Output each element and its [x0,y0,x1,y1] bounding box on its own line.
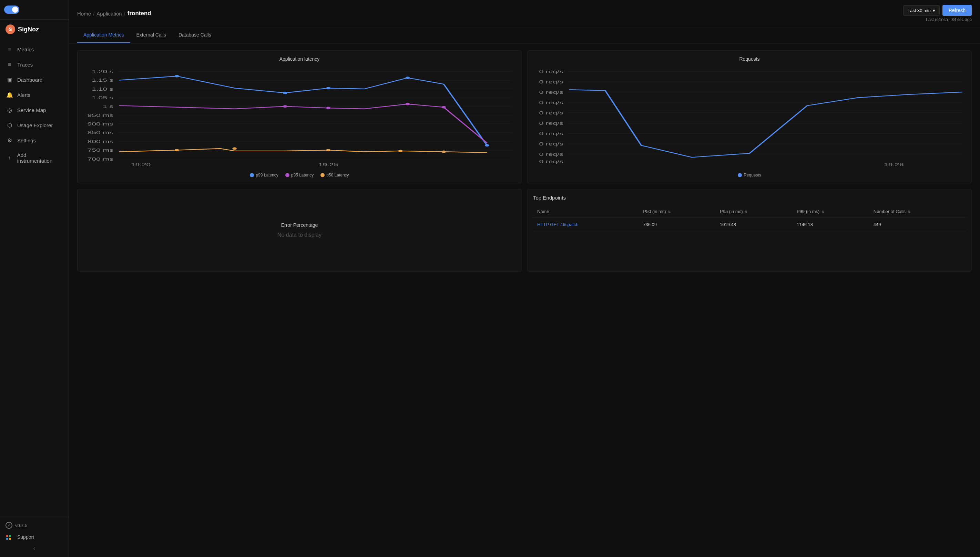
page-header: Home / Application / frontend Last 30 mi… [69,0,980,27]
sidebar-item-alerts[interactable]: 🔔 Alerts [0,87,68,103]
error-chart-title: Error Percentage [281,222,318,228]
main-content: Home / Application / frontend Last 30 mi… [69,0,980,557]
breadcrumb-current: frontend [127,10,151,17]
svg-text:0 req/s: 0 req/s [539,141,563,146]
endpoints-title: Top Endpoints [533,195,966,200]
logo-text: SigNoz [18,26,39,33]
add-icon: ＋ [6,155,13,161]
svg-point-28 [175,75,179,78]
logo-area: S SigNoz [0,20,68,39]
version-label: v0.7.5 [15,523,27,528]
col-calls[interactable]: Number of Calls ⇅ [869,205,966,218]
support-label: Support [17,534,34,540]
sidebar-item-service-map[interactable]: ◎ Service Map [0,103,68,117]
breadcrumb-sep1: / [93,11,94,16]
endpoint-calls: 449 [869,218,966,231]
usage-explorer-icon: ⬡ [6,122,13,129]
svg-text:0 req/s: 0 req/s [539,131,563,136]
svg-text:1.05 s: 1.05 s [92,95,113,100]
p50-label: p50 Latency [326,173,349,178]
logo-icon: S [5,24,15,34]
sidebar-item-add-instrumentation[interactable]: ＋ Add instrumentation [0,148,68,168]
breadcrumb-application[interactable]: Application [96,11,122,16]
svg-text:0 req/s: 0 req/s [539,121,563,125]
svg-text:19:25: 19:25 [319,162,338,167]
legend-requests: Requests [738,173,761,178]
svg-rect-0 [6,535,8,537]
table-row: HTTP GET /dispatch 736.09 1019.48 1146.1… [533,218,966,231]
endpoint-p50: 736.09 [639,218,716,231]
sidebar-item-traces[interactable]: ≡ Traces [0,57,68,72]
service-map-icon: ◎ [6,106,13,113]
requests-chart-svg: 0 req/s 0 req/s 0 req/s 0 req/s 0 req/s … [533,66,966,169]
col-p50[interactable]: P50 (in ms) ⇅ [639,205,716,218]
collapse-button[interactable]: ‹ [5,545,63,552]
check-icon: ✓ [5,522,12,529]
no-data-label: No data to display [277,232,322,238]
bottom-charts-grid: Error Percentage No data to display Top … [77,189,972,272]
svg-point-35 [406,103,410,105]
svg-text:700 ms: 700 ms [87,156,113,161]
refresh-button[interactable]: Refresh [943,5,972,16]
svg-text:1.20 s: 1.20 s [92,69,113,74]
sidebar-item-usage-explorer[interactable]: ⬡ Usage Explorer [0,117,68,133]
latency-chart-card: Application latency 1.20 s 1.15 s 1.10 s… [77,50,522,183]
breadcrumb-sep2: / [124,11,125,16]
svg-text:0 req/s: 0 req/s [539,151,563,156]
svg-text:0 req/s: 0 req/s [539,90,563,94]
sidebar-item-label: Usage Explorer [17,122,53,128]
table-header-row: Name P50 (in ms) ⇅ P95 (in ms) ⇅ [533,205,966,218]
svg-point-33 [283,105,288,107]
p95-dot [285,173,289,177]
time-range-label: Last 30 min [908,8,931,13]
header-right: Last 30 min ▾ Refresh Last refresh - 34 … [903,5,972,22]
requests-chart-area: 0 req/s 0 req/s 0 req/s 0 req/s 0 req/s … [533,66,966,169]
latency-chart-legend: p99 Latency p95 Latency p50 Latency [83,173,516,178]
svg-text:950 ms: 950 ms [87,113,113,117]
requests-chart-title: Requests [533,56,966,62]
version-row: ✓ v0.7.5 [5,522,63,529]
traces-icon: ≡ [6,61,13,68]
sidebar: S SigNoz ≡ Metrics ≡ Traces ▣ Dashboard … [0,0,69,557]
tab-external-calls[interactable]: External Calls [130,27,172,43]
svg-point-39 [326,149,330,151]
support-row[interactable]: Support [5,533,63,541]
error-chart-card: Error Percentage No data to display [77,189,522,272]
svg-point-29 [283,92,288,94]
col-p95[interactable]: P95 (in ms) ⇅ [716,205,793,218]
sidebar-item-label: Alerts [17,92,30,98]
svg-point-40 [398,150,403,152]
sidebar-item-metrics[interactable]: ≡ Metrics [0,42,68,57]
sidebar-item-label: Metrics [17,47,34,52]
content-area: Application latency 1.20 s 1.15 s 1.10 s… [69,44,980,557]
tab-application-metrics[interactable]: Application Metrics [77,27,130,43]
svg-point-31 [406,77,410,79]
tab-database-calls[interactable]: Database Calls [172,27,218,43]
svg-text:900 ms: 900 ms [87,121,113,126]
breadcrumb-home[interactable]: Home [77,11,91,16]
chevron-down-icon: ▾ [933,8,935,13]
sidebar-item-label: Dashboard [17,77,42,83]
sidebar-item-settings[interactable]: ⚙ Settings [0,133,68,148]
p50-dot [320,173,325,177]
svg-text:0 req/s: 0 req/s [539,110,563,115]
svg-rect-2 [6,538,8,540]
requests-dot [738,173,742,177]
endpoint-p95: 1019.48 [716,218,793,231]
p99-label: p99 Latency [256,173,278,178]
svg-text:1.15 s: 1.15 s [92,78,113,83]
svg-point-30 [326,87,330,89]
toggle-switch[interactable] [4,5,19,14]
col-p99[interactable]: P99 (in ms) ⇅ [793,205,869,218]
svg-text:750 ms: 750 ms [87,148,113,153]
svg-text:0 req/s: 0 req/s [539,100,563,105]
sidebar-item-label: Traces [17,62,33,68]
endpoint-name[interactable]: HTTP GET /dispatch [533,218,639,231]
sidebar-item-dashboard[interactable]: ▣ Dashboard [0,72,68,87]
col-name[interactable]: Name [533,205,639,218]
sort-icon: ⇅ [744,210,748,214]
svg-rect-3 [9,538,11,540]
svg-point-37 [175,149,179,151]
time-range-selector[interactable]: Last 30 min ▾ [903,5,940,16]
settings-icon: ⚙ [6,137,13,144]
